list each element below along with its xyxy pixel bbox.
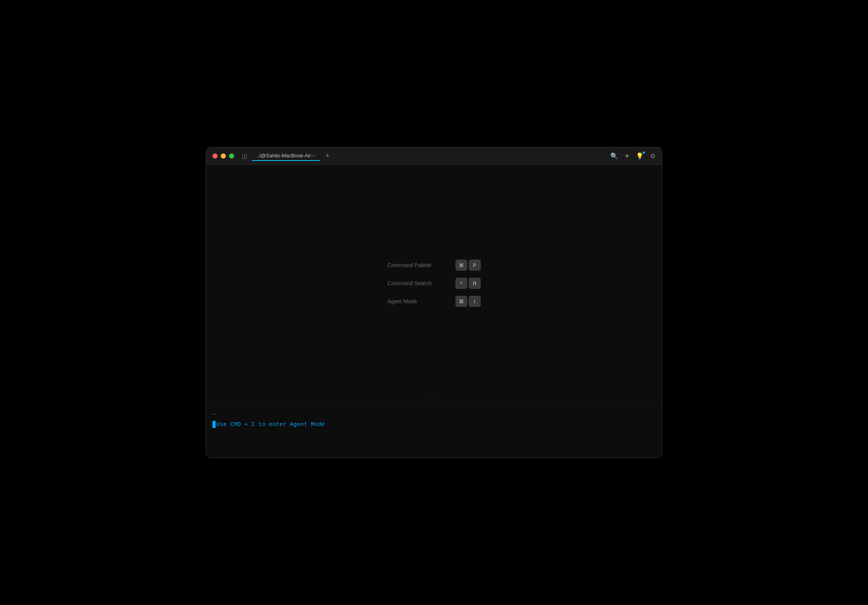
key-ctrl: ^ (455, 278, 467, 289)
terminal-window: ◫ ..t@Sahils-MacBook-Air:~ + 🔍 ✦ 💡 ⚙ Com… (206, 147, 662, 458)
active-tab[interactable]: ..t@Sahils-MacBook-Air:~ (252, 151, 320, 161)
maximize-button[interactable] (229, 153, 234, 159)
tab-title: ..t@Sahils-MacBook-Air:~ (257, 153, 315, 159)
gear-icon[interactable]: ⚙ (650, 152, 656, 160)
command-palette-label: Command Palette (388, 262, 432, 268)
key-p: P (469, 260, 480, 271)
command-search-label: Command Search (388, 280, 432, 286)
cursor (212, 421, 216, 428)
shortcut-row-search: Command Search ^ R (388, 278, 481, 289)
traffic-lights (212, 153, 234, 159)
key-cmd-agent: ⌘ (455, 296, 467, 307)
bulb-icon[interactable]: 💡 (636, 152, 644, 160)
add-tab-button[interactable]: + (323, 152, 332, 160)
key-i: I (469, 296, 480, 307)
titlebar-actions: 🔍 ✦ 💡 ⚙ (610, 152, 656, 160)
ellipsis-indicator: ... (430, 391, 438, 398)
terminal-hint-text: Use CMD + I to enter Agent Mode (216, 421, 325, 428)
shortcut-row-agent: Agent Mode ⌘ I (388, 296, 481, 307)
minimize-button[interactable] (221, 153, 226, 159)
tilde-prompt: ~ (212, 411, 656, 418)
shortcut-row-palette: Command Palette ⌘ P (388, 260, 481, 271)
sparkle-icon[interactable]: ✦ (624, 152, 630, 160)
terminal-content: Command Palette ⌘ P Command Search ^ R A… (206, 165, 662, 406)
titlebar: ◫ ..t@Sahils-MacBook-Air:~ + 🔍 ✦ 💡 ⚙ (206, 148, 662, 165)
tab-sidebar-icon[interactable]: ◫ (242, 153, 247, 159)
shortcuts-menu: Command Palette ⌘ P Command Search ^ R A… (388, 260, 481, 307)
agent-mode-label: Agent Mode (388, 298, 417, 304)
agent-mode-keys: ⌘ I (455, 296, 480, 307)
command-palette-keys: ⌘ P (455, 260, 480, 271)
terminal-footer: ~ Use CMD + I to enter Agent Mode (206, 406, 662, 457)
terminal-input-line[interactable]: Use CMD + I to enter Agent Mode (212, 421, 656, 428)
key-r: R (469, 278, 480, 289)
command-search-keys: ^ R (455, 278, 480, 289)
key-cmd-palette: ⌘ (455, 260, 467, 271)
tab-area: ◫ ..t@Sahils-MacBook-Air:~ + (242, 151, 610, 161)
search-icon[interactable]: 🔍 (610, 152, 618, 160)
close-button[interactable] (212, 153, 218, 159)
terminal-body: Command Palette ⌘ P Command Search ^ R A… (206, 165, 662, 457)
